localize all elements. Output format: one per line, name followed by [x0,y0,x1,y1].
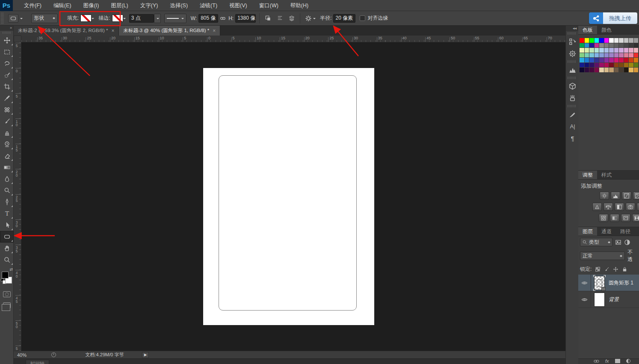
fill-swatch-none[interactable] [80,15,92,22]
path-operations-icon[interactable] [263,14,272,23]
color-swatch[interactable] [624,48,629,53]
character-panel-icon[interactable]: A| [566,120,579,132]
color-swatch[interactable] [629,48,633,53]
exposure-adjustment-icon[interactable] [633,192,639,200]
color-swatch[interactable] [629,53,633,58]
selective-color-adjustment-icon[interactable] [621,214,630,222]
width-input[interactable]: 805 像 [198,14,218,23]
color-swatch[interactable] [599,68,604,72]
layer-row-background[interactable]: 背景 [578,291,639,308]
stroke-chevron-icon[interactable] [123,18,126,21]
color-swatch[interactable] [614,63,619,68]
color-swatch[interactable] [619,68,624,72]
color-swatch[interactable] [599,53,604,58]
panel-grip[interactable] [568,32,577,35]
pixel-filter-icon[interactable] [615,239,621,246]
color-swatch[interactable] [624,53,629,58]
photo-filter-adjustment-icon[interactable] [637,203,639,211]
invert-adjustment-icon[interactable] [632,214,639,222]
lock-position-icon[interactable] [613,266,618,272]
color-swatch[interactable] [604,53,609,58]
color-swatch[interactable] [595,58,599,62]
color-swatch[interactable] [585,63,589,68]
color-swatch[interactable] [580,43,584,48]
layer-thumbnail[interactable] [594,293,605,307]
lock-all-icon[interactable] [622,266,627,272]
panels-collapse-button[interactable]: ◂◂ [566,26,578,31]
color-balance-adjustment-icon[interactable] [615,203,624,211]
color-swatch[interactable] [589,53,594,58]
color-swatch[interactable] [585,58,589,62]
color-swatch[interactable] [629,58,633,62]
color-swatch[interactable] [619,43,624,48]
canvas-page[interactable] [203,68,374,325]
eyedropper-tool[interactable] [0,92,14,104]
color-swatch[interactable] [585,38,589,43]
color-swatch[interactable] [595,63,599,68]
color-swatch[interactable] [629,63,633,68]
toolbar-grip[interactable] [3,32,11,34]
levels-adjustment-icon[interactable] [611,192,620,200]
new-adjustment-layer-icon[interactable] [626,359,630,363]
color-swatch[interactable] [599,63,604,68]
menu-filter[interactable]: 滤镜(T) [194,0,223,11]
color-swatch[interactable] [589,63,594,68]
menu-file[interactable]: 文件(F) [18,0,47,11]
color-swatch[interactable] [599,38,604,43]
layer-thumbnail[interactable] [594,276,605,290]
color-swatch[interactable] [585,48,589,53]
menu-view[interactable]: 视图(V) [223,0,253,11]
color-swatch[interactable] [580,58,584,62]
color-swatch[interactable] [589,68,594,72]
color-swatch[interactable] [580,63,584,68]
foreground-color-swatch[interactable] [2,272,9,278]
color-swatch[interactable] [619,48,624,53]
color-swatch[interactable] [614,68,619,72]
color-swatch[interactable] [595,38,599,43]
blur-tool[interactable] [0,173,14,185]
color-swatch[interactable] [580,53,584,58]
rounded-rectangle-tool[interactable] [0,231,14,243]
color-swatch[interactable] [619,63,624,68]
blend-mode-select[interactable]: 正常 [580,252,625,260]
color-swatch[interactable] [585,68,589,72]
paragraph-panel-icon[interactable]: ¶ [566,132,579,144]
move-tool[interactable] [0,35,14,46]
color-swatch[interactable] [585,43,589,48]
menu-select[interactable]: 选择(S) [164,0,194,11]
color-swatch[interactable] [634,58,639,62]
layer-name[interactable]: 背景 [609,296,619,303]
color-swatch[interactable] [595,48,599,53]
color-swatch[interactable] [595,43,599,48]
panel-grip[interactable] [568,60,577,63]
menu-window[interactable]: 窗口(W) [253,0,284,11]
dodge-tool[interactable] [0,185,14,196]
status-more-button[interactable]: ▶ [142,352,149,358]
color-swatch[interactable] [609,68,614,72]
lasso-tool[interactable] [0,58,14,69]
menu-layer[interactable]: 图层(L) [105,0,134,11]
color-swatch[interactable] [589,48,594,53]
menu-image[interactable]: 图像(I) [77,0,105,11]
color-swatch[interactable] [634,48,639,53]
tool-mode-select[interactable]: 形状 [31,14,58,23]
tab-paths[interactable]: 路径 [616,227,635,236]
zoom-level[interactable]: 40% [17,352,38,358]
color-swatch[interactable] [604,58,609,62]
color-swatch[interactable] [624,43,629,48]
hand-tool[interactable] [0,243,14,254]
gear-icon[interactable] [304,14,313,23]
color-swatch[interactable] [609,43,614,48]
color-swatch[interactable] [634,43,639,48]
color-swatch[interactable] [634,53,639,58]
lock-pixels-brush-icon[interactable] [604,266,609,272]
color-swatch[interactable] [619,53,624,58]
tab-swatches[interactable]: 色板 [578,26,597,34]
layer-filter-type-select[interactable]: 类型 [580,238,612,246]
color-swatch[interactable] [614,48,619,53]
stroke-style-select[interactable] [164,14,186,23]
align-edges-checkbox[interactable] [360,15,365,21]
rounded-rectangle-path[interactable] [219,75,357,311]
color-swatch[interactable] [599,48,604,53]
color-swatch[interactable] [609,63,614,68]
